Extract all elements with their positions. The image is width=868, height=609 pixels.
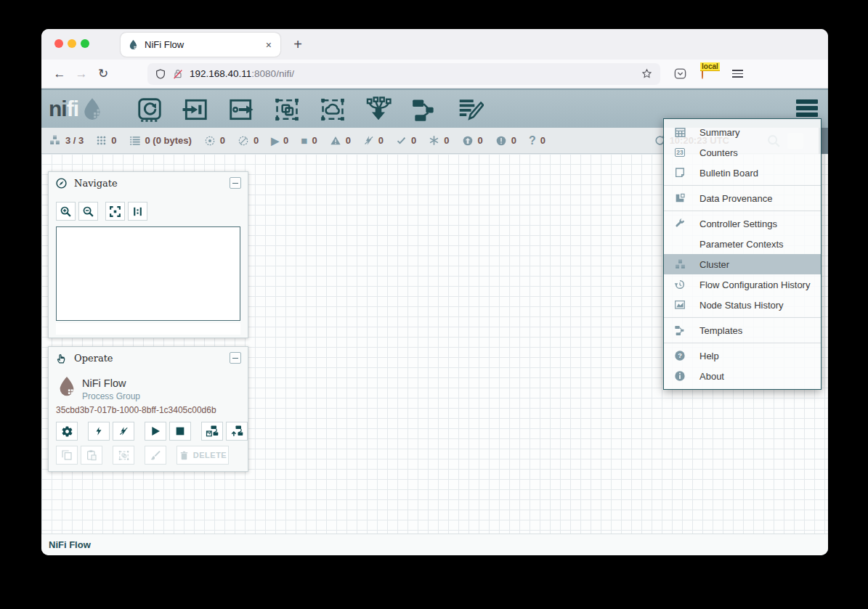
birdseye-view[interactable]: [56, 226, 240, 321]
table-icon: [674, 126, 686, 139]
copy-button[interactable]: [56, 446, 78, 465]
back-button[interactable]: ←: [49, 67, 70, 81]
global-menu-button[interactable]: [796, 99, 818, 117]
sticky-note-icon: [674, 167, 686, 179]
menu-item-about[interactable]: About: [664, 366, 821, 386]
svg-text:?: ?: [678, 352, 682, 359]
browser-menu-icon[interactable]: [732, 70, 743, 78]
delete-button[interactable]: DELETE: [177, 446, 229, 465]
hand-pointer-icon: [55, 352, 68, 364]
funnel-draggable-icon[interactable]: [365, 96, 392, 123]
stat-stopped: ■ 0: [301, 135, 317, 146]
delete-label: DELETE: [193, 451, 227, 459]
url-text: 192.168.40.11:8080/nifi/: [190, 68, 641, 79]
profile-container-badge: local: [700, 62, 720, 71]
menu-label: Summary: [699, 127, 740, 138]
queued-list-icon: [129, 135, 141, 147]
output-port-draggable-icon[interactable]: [227, 96, 255, 123]
menu-label: Controller Settings: [699, 218, 777, 229]
upload-template-button[interactable]: [226, 422, 248, 441]
operate-collapse-button[interactable]: [230, 352, 241, 364]
toolbar-right: local: [673, 66, 747, 82]
selection-name: NiFi Flow: [82, 377, 126, 389]
stat-sync-failure: ? 0: [529, 135, 545, 147]
menu-item-parameter-contexts[interactable]: Parameter Contexts: [664, 234, 821, 254]
input-port-draggable-icon[interactable]: [182, 96, 209, 123]
process-group-drop-icon: [56, 373, 78, 399]
zoom-in-button[interactable]: [56, 202, 76, 221]
create-template-button[interactable]: [201, 422, 223, 441]
change-color-button[interactable]: [145, 446, 166, 465]
menu-item-bulletin-board[interactable]: Bulletin Board: [664, 163, 821, 183]
insecure-lock-icon[interactable]: [172, 68, 184, 80]
tab-close-icon[interactable]: ×: [264, 39, 273, 51]
menu-item-data-provenance[interactable]: Data Provenance: [664, 188, 821, 208]
menu-item-summary[interactable]: Summary: [664, 122, 821, 142]
zoom-fit-button[interactable]: [105, 202, 125, 221]
navigate-palette: Navigate: [48, 171, 248, 338]
remote-process-group-draggable-icon[interactable]: [319, 96, 346, 123]
zoom-actual-size-button[interactable]: [128, 202, 147, 221]
exclamation-circle-icon: [495, 135, 507, 147]
gear-icon: [61, 425, 73, 438]
transmitting-icon: [204, 135, 216, 147]
cluster-cubes-icon: [674, 258, 686, 271]
lightning-slash-icon: [363, 135, 374, 146]
pocket-icon[interactable]: [673, 67, 687, 81]
window-close-button[interactable]: [54, 39, 63, 48]
stop-icon: [174, 425, 186, 437]
menu-item-controller-settings[interactable]: Controller Settings: [664, 213, 821, 234]
start-button[interactable]: [145, 422, 166, 441]
menu-item-flow-configuration-history[interactable]: Flow Configuration History: [664, 274, 821, 295]
reload-button[interactable]: ↻: [92, 66, 114, 81]
new-tab-button[interactable]: +: [288, 35, 307, 54]
stat-value: 3 / 3: [65, 135, 84, 146]
warning-triangle-icon: [330, 135, 341, 147]
shield-icon[interactable]: [155, 68, 166, 80]
menu-separator: [664, 211, 821, 211]
label-draggable-icon[interactable]: [456, 96, 484, 123]
menu-item-templates[interactable]: Templates: [664, 320, 821, 340]
operate-actions-row1: [56, 422, 251, 441]
stat-invalid: 0: [330, 135, 351, 147]
window-zoom-button[interactable]: [81, 39, 89, 48]
browser-tab[interactable]: NiFi Flow ×: [121, 33, 280, 57]
group-icon: [118, 449, 130, 462]
enable-button[interactable]: [88, 422, 110, 441]
help-icon: ?: [674, 350, 686, 361]
process-group-draggable-icon[interactable]: [273, 96, 301, 123]
component-toolbar: [136, 90, 484, 129]
processor-draggable-icon[interactable]: [136, 96, 163, 123]
url-bar[interactable]: 192.168.40.11:8080/nifi/: [147, 63, 660, 85]
disable-button[interactable]: [113, 422, 134, 441]
zoom-out-button[interactable]: [78, 202, 98, 221]
logo-text-ni: ni: [49, 97, 67, 121]
template-draggable-icon[interactable]: [410, 96, 438, 123]
breadcrumb-root[interactable]: NiFi Flow: [49, 539, 91, 550]
menu-item-counters[interactable]: 23 Counters: [664, 142, 821, 163]
stat-value: 0: [220, 135, 225, 146]
paste-button[interactable]: [81, 446, 102, 465]
stat-transmitting: 0: [204, 135, 225, 147]
operate-palette: Operate NiFi Flow Process Group 35cbd3b7…: [48, 346, 248, 472]
group-button[interactable]: [113, 446, 134, 465]
menu-label: Data Provenance: [699, 193, 772, 204]
navigate-collapse-button[interactable]: [230, 177, 241, 189]
window-minimize-button[interactable]: [68, 39, 76, 48]
navigate-title: Navigate: [74, 178, 230, 189]
forward-button[interactable]: →: [70, 67, 92, 81]
menu-item-help[interactable]: ? Help: [664, 346, 821, 366]
threads-grid-icon: [96, 135, 107, 146]
configure-button[interactable]: [56, 422, 78, 441]
stop-button[interactable]: [169, 422, 191, 441]
stat-value: 0: [253, 135, 259, 146]
breadcrumb-bar: NiFi Flow: [41, 534, 828, 555]
menu-item-node-status-history[interactable]: Node Status History: [664, 295, 821, 315]
stat-active-threads: 0: [96, 135, 116, 146]
stat-not-transmitting: 0: [238, 135, 259, 147]
stat-value: 0: [312, 135, 317, 146]
profile-avatar[interactable]: local: [702, 66, 718, 82]
bookmark-star-icon[interactable]: [641, 68, 653, 80]
menu-item-cluster[interactable]: Cluster: [664, 254, 821, 274]
menu-label: Bulletin Board: [699, 168, 758, 179]
